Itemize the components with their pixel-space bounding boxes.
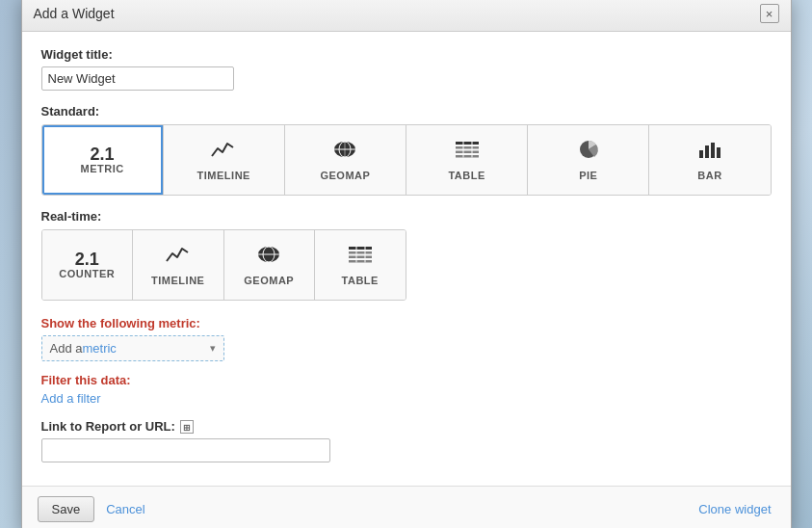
standard-type-geomap[interactable]: GEOMAP [285,125,406,195]
url-help-icon: ⊞ [180,420,194,434]
standard-label: Standard: [41,104,772,119]
metric-dropdown-arrow: ▾ [210,342,216,355]
svg-rect-21 [349,260,372,263]
realtime-type-table[interactable]: TABLE [315,230,406,300]
metric-section: Show the following metric: Add a metric … [41,316,772,361]
metric-select-dropdown[interactable]: Add a metric ▾ [41,335,224,361]
geomap-icon [331,139,358,166]
timeline-icon [210,139,237,166]
timeline-label: TIMELINE [197,170,250,181]
metric-placeholder-link: metric [82,341,116,356]
standard-type-grid: 2.1 METRIC TIMELINE [41,124,772,196]
bar-label: BAR [697,170,721,181]
filter-section: Filter this data: Add a filter [41,373,772,406]
url-section-label: Link to Report or URL: ⊞ [41,419,772,434]
footer-left-actions: Save Cancel [38,496,149,522]
modal-footer: Save Cancel Clone widget [22,486,791,528]
rt-timeline-icon [165,244,192,271]
realtime-type-timeline[interactable]: TIMELINE [133,230,224,300]
rt-table-icon [347,244,374,271]
standard-type-pie[interactable]: PIE [528,125,649,195]
widget-title-input[interactable] [41,66,234,91]
rt-timeline-label: TIMELINE [151,275,204,286]
realtime-type-grid: 2.1 COUNTER TIMELINE [41,229,406,301]
save-button[interactable]: Save [38,496,95,522]
bar-icon [696,139,723,166]
svg-rect-4 [456,142,479,145]
standard-type-timeline[interactable]: TIMELINE [164,125,285,195]
svg-rect-18 [349,247,372,250]
standard-type-bar[interactable]: BAR [649,125,770,195]
table-label: TABLE [448,170,485,181]
realtime-type-counter[interactable]: 2.1 COUNTER [42,230,134,300]
modal-title: Add a Widget [34,6,115,21]
svg-rect-6 [456,151,479,154]
geomap-label: GEOMAP [320,170,370,181]
modal-header: Add a Widget × [22,0,791,32]
svg-rect-12 [705,145,709,158]
url-input[interactable] [41,438,330,462]
pie-icon [575,139,602,166]
counter-label: COUNTER [59,268,115,279]
url-section: Link to Report or URL: ⊞ [41,419,772,462]
standard-type-metric[interactable]: 2.1 METRIC [42,125,164,195]
add-widget-modal: Add a Widget × Widget title: Standard: 2… [21,0,792,528]
widget-title-label: Widget title: [41,47,772,62]
add-filter-link[interactable]: Add a filter [41,391,101,406]
realtime-label: Real-time: [41,209,772,224]
cancel-button[interactable]: Cancel [102,496,148,522]
metric-placeholder-static: Add a [50,341,83,356]
rt-geomap-label: GEOMAP [244,275,294,286]
svg-rect-19 [349,251,372,254]
counter-icon-text: 2.1 [75,251,99,268]
svg-rect-13 [711,143,715,158]
clone-widget-button[interactable]: Clone widget [694,497,774,521]
svg-rect-20 [349,256,372,259]
realtime-type-geomap[interactable]: GEOMAP [224,230,316,300]
table-icon [454,139,481,166]
standard-type-table[interactable]: TABLE [406,125,528,195]
metric-label: METRIC [81,163,124,174]
svg-rect-5 [456,146,479,149]
rt-geomap-icon [255,244,282,271]
svg-rect-7 [456,155,479,158]
pie-label: PIE [579,170,597,181]
metric-icon-text: 2.1 [91,145,115,163]
filter-section-label: Filter this data: [41,373,772,387]
svg-rect-11 [699,150,703,158]
rt-table-label: TABLE [342,275,379,286]
metric-section-label: Show the following metric: [41,316,772,330]
modal-body: Widget title: Standard: 2.1 METRIC [22,32,791,486]
svg-rect-14 [717,147,720,158]
close-button[interactable]: × [760,4,779,23]
